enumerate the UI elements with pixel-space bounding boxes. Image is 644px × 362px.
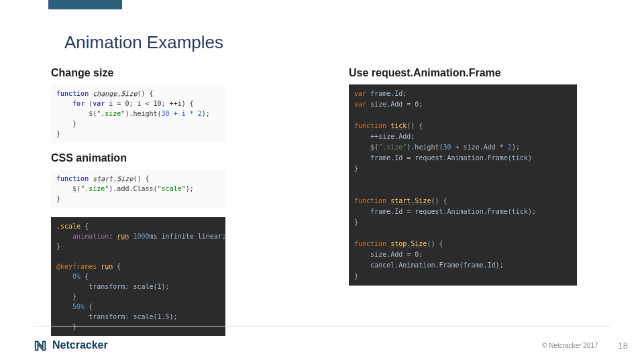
- logo-icon: [34, 338, 48, 353]
- brand-logo: Netcracker: [34, 338, 108, 353]
- code-css-start: function start.Size() { $(".size").add.C…: [51, 170, 225, 208]
- heading-css-animation: CSS animation: [51, 152, 225, 164]
- left-column: Change size function change.Size() { for…: [51, 67, 225, 345]
- accent-bar: [48, 0, 122, 9]
- footer: Netcracker © Netcracker 2017 18: [34, 335, 628, 355]
- code-change-size: function change.Size() { for (var i = 0;…: [51, 84, 225, 143]
- footer-divider: [34, 326, 610, 326]
- heading-raf: Use request.Animation.Frame: [349, 67, 577, 79]
- slide-title: Animation Examples: [64, 32, 223, 53]
- code-css-rule: .scale { animation: run 1000ms infinite …: [51, 217, 225, 336]
- heading-change-size: Change size: [51, 67, 225, 79]
- copyright: © Netcracker 2017: [542, 342, 598, 349]
- brand-name: Netcracker: [52, 339, 108, 351]
- code-raf: var frame.Id; var size.Add = 0; function…: [349, 84, 577, 286]
- right-column: Use request.Animation.Frame var frame.Id…: [349, 67, 577, 295]
- page-number: 18: [619, 341, 628, 351]
